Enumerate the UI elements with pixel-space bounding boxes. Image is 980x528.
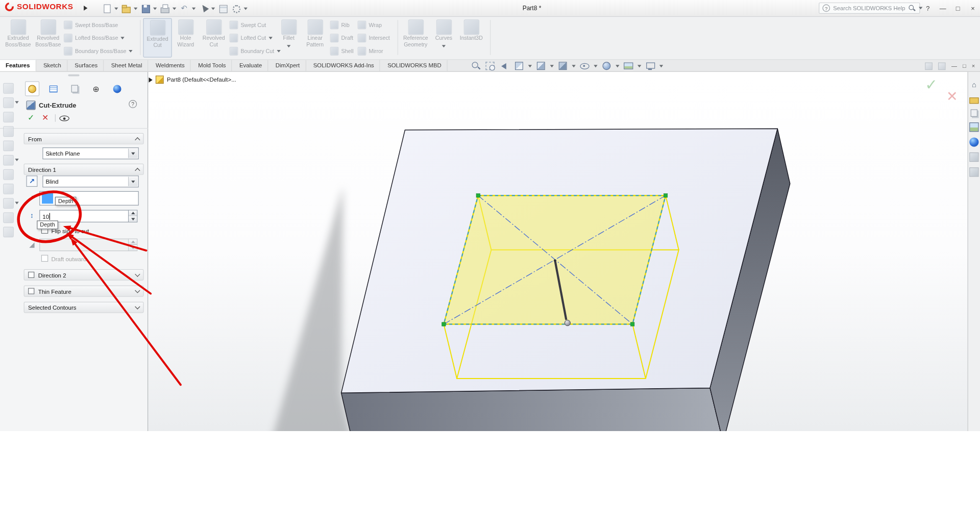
docked-toolbar-icon[interactable]: [3, 227, 14, 237]
maximize-button[interactable]: □: [953, 5, 962, 12]
new-file-dropdown-icon[interactable]: [114, 7, 118, 10]
confirmation-corner-ok[interactable]: ✓: [925, 76, 938, 93]
doc-restore-button[interactable]: □: [963, 60, 966, 71]
options-gear-icon[interactable]: [231, 3, 241, 14]
select-dropdown-icon[interactable]: [211, 7, 215, 10]
docked-toolbar-icon[interactable]: [3, 141, 14, 152]
undo-icon[interactable]: ↶: [179, 3, 189, 14]
dropdown-arrow-icon[interactable]: [128, 148, 137, 158]
flyout-arrow-icon[interactable]: [15, 101, 18, 104]
ribbon-rib-button[interactable]: Rib: [330, 19, 350, 31]
pm-ok-button[interactable]: ✓: [28, 113, 34, 122]
ribbon-wrap-button[interactable]: Wrap: [357, 19, 382, 31]
options-dropdown-icon[interactable]: [244, 7, 248, 10]
docked-toolbar-icon[interactable]: [3, 126, 14, 137]
tab-display-manager[interactable]: [110, 81, 125, 96]
view-orientation-icon[interactable]: [535, 61, 546, 71]
custom-properties-icon[interactable]: [969, 153, 978, 162]
group-header-direction2[interactable]: Direction 2: [24, 269, 144, 281]
home-icon[interactable]: ⌂: [969, 81, 978, 90]
docked-toolbar-icon[interactable]: [3, 198, 14, 209]
undo-dropdown-icon[interactable]: [192, 7, 195, 10]
apply-scene-icon[interactable]: [623, 61, 634, 71]
tab-dimxpert[interactable]: DimXpert: [270, 60, 306, 71]
edit-appearance-icon[interactable]: [601, 61, 612, 71]
section-view-dropdown-icon[interactable]: [528, 65, 532, 67]
tab-sheet-metal[interactable]: Sheet Metal: [106, 60, 149, 71]
view-settings-icon[interactable]: [645, 61, 656, 71]
docked-toolbar-icon[interactable]: [3, 155, 14, 166]
file-explorer-icon[interactable]: [971, 109, 977, 117]
hide-show-items-icon[interactable]: [579, 61, 590, 71]
display-style-dropdown-icon[interactable]: [572, 65, 575, 67]
tab-mold-tools[interactable]: Mold Tools: [192, 60, 232, 71]
open-file-dropdown-icon[interactable]: [134, 7, 137, 10]
ribbon-swept-cut-button[interactable]: Swept Cut: [229, 19, 266, 31]
dropdown-arrow-icon[interactable]: [128, 177, 137, 186]
docked-toolbar-icon[interactable]: [3, 112, 14, 122]
ribbon-instant3d-button[interactable]: Instant3D: [456, 18, 486, 58]
document-toolbar-icon[interactable]: [938, 62, 946, 70]
previous-view-icon[interactable]: [499, 61, 510, 71]
ribbon-intersect-button[interactable]: Intersect: [357, 32, 389, 44]
chevron-down-icon[interactable]: [135, 288, 140, 293]
print-dropdown-icon[interactable]: [173, 7, 176, 10]
lofted-cut-dropdown-icon[interactable]: [268, 37, 272, 39]
direction2-checkbox[interactable]: [28, 272, 34, 278]
close-button[interactable]: ×: [968, 5, 977, 12]
minimize-button[interactable]: —: [938, 5, 947, 12]
ribbon-draft-button[interactable]: Draft: [330, 32, 353, 44]
pm-cancel-button[interactable]: ✕: [42, 113, 48, 122]
tab-evaluate[interactable]: Evaluate: [234, 60, 268, 71]
ribbon-boundary-boss-button[interactable]: Boundary Boss/Base: [64, 45, 133, 57]
file-properties-icon[interactable]: [217, 3, 228, 14]
docked-toolbar-icon[interactable]: [3, 212, 14, 223]
flyout-arrow-icon[interactable]: [15, 202, 18, 205]
lofted-boss-dropdown-icon[interactable]: [120, 37, 124, 39]
scene-dropdown-icon[interactable]: [638, 65, 641, 67]
depth-icon[interactable]: ↕: [26, 210, 37, 221]
ribbon-revolved-cut-button[interactable]: RevolvedCut: [200, 18, 228, 58]
chevron-up-icon[interactable]: [135, 168, 140, 173]
model-front-face[interactable]: [341, 388, 723, 431]
doc-close-button[interactable]: ×: [972, 60, 975, 71]
search-icon[interactable]: [909, 5, 916, 12]
ribbon-extruded-cut-button[interactable]: ExtrudedCut: [143, 18, 172, 58]
chevron-down-icon[interactable]: [135, 271, 140, 276]
ribbon-shell-button[interactable]: Shell: [330, 45, 354, 57]
tab-feature-manager[interactable]: [46, 81, 61, 96]
tab-solidworks-addins[interactable]: SOLIDWORKS Add-Ins: [308, 60, 380, 71]
print-icon[interactable]: [159, 3, 170, 14]
group-header-from[interactable]: From: [24, 133, 144, 144]
display-style-icon[interactable]: [557, 61, 568, 71]
direction-selection-field[interactable]: [39, 191, 139, 206]
flyout-feature-tree[interactable]: Part8 (Default<<Default>...: [149, 76, 236, 84]
tab-features[interactable]: Features: [0, 60, 36, 71]
reverse-direction-icon[interactable]: ↗: [26, 175, 37, 187]
ribbon-extruded-boss-button[interactable]: ExtrudedBoss/Base: [4, 18, 32, 58]
help-search-box[interactable]: ? Search SOLIDWORKS Help: [819, 3, 920, 14]
chevron-up-icon[interactable]: [135, 137, 140, 142]
pm-help-icon[interactable]: ?: [129, 100, 137, 108]
appearance-dropdown-icon[interactable]: [616, 65, 619, 67]
part-tree-root-label[interactable]: Part8 (Default<<Default>...: [167, 77, 236, 83]
zoom-area-icon[interactable]: [485, 61, 496, 71]
thin-feature-checkbox[interactable]: [28, 288, 34, 294]
design-library-icon[interactable]: [969, 97, 978, 104]
ribbon-reference-geometry-button[interactable]: ReferenceGeometry: [400, 18, 431, 58]
ribbon-hole-wizard-button[interactable]: HoleWizard: [173, 18, 198, 58]
curves-dropdown-icon[interactable]: [442, 45, 446, 47]
drag-handle-ball[interactable]: [565, 320, 570, 325]
forum-icon[interactable]: [969, 167, 978, 177]
docked-toolbar-icon[interactable]: [3, 184, 14, 194]
boundary-boss-dropdown-icon[interactable]: [129, 50, 132, 53]
tab-configuration-manager[interactable]: [67, 81, 82, 96]
spin-up-icon[interactable]: [129, 211, 137, 216]
tree-expand-arrow-icon[interactable]: [149, 77, 152, 82]
group-header-thin-feature[interactable]: Thin Feature: [24, 286, 144, 297]
help-button[interactable]: ?: [923, 5, 933, 12]
ribbon-lofted-cut-button[interactable]: Lofted Cut: [229, 32, 272, 44]
document-toolbar-icon[interactable]: [925, 62, 933, 70]
hide-show-dropdown-icon[interactable]: [594, 65, 597, 67]
flyout-arrow-icon[interactable]: [15, 159, 18, 161]
